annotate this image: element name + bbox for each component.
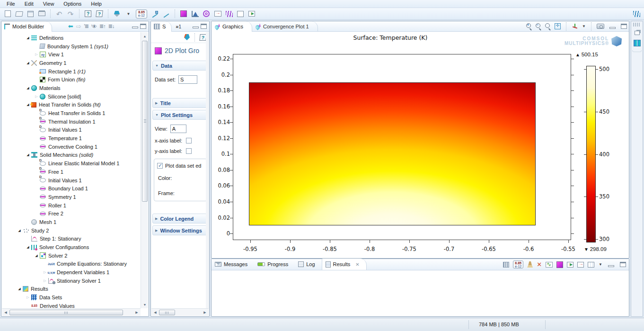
tree-item[interactable]: Linear Elastic Material Model 1 <box>2 159 141 168</box>
delete-icon[interactable]: ✕ <box>537 261 542 268</box>
expanded-arrow-icon[interactable]: ◢ <box>25 153 31 157</box>
tab-progress[interactable]: Progress <box>254 259 295 270</box>
tree-item[interactable]: ▷Stationary Solver 1 <box>2 277 141 285</box>
table-settings-icon[interactable] <box>503 262 509 268</box>
plot-group-icon[interactable] <box>179 9 188 18</box>
move-up-icon[interactable]: ≣↑ <box>99 23 106 29</box>
full-precision-icon[interactable] <box>588 262 594 268</box>
settings-horizontal-scrollbar[interactable]: ◀ ▶ <box>151 308 209 316</box>
tree-item[interactable]: Thermal Insulation 1 <box>2 117 141 126</box>
settings-hscroll-thumb[interactable] <box>159 310 175 315</box>
data-set-combobox[interactable]: S <box>178 75 197 84</box>
section-window-settings[interactable]: ▶ Window Settings <box>152 225 208 235</box>
expanded-arrow-icon[interactable]: ◢ <box>16 229 23 233</box>
brush-dropdown-icon[interactable]: ▼ <box>124 9 133 18</box>
measure-icon[interactable] <box>150 9 159 18</box>
expanded-arrow-icon[interactable]: ◢ <box>25 86 31 90</box>
orientation-dropdown-icon[interactable]: ▼ <box>582 24 586 28</box>
tree-item[interactable]: Rectangle 1(r1) <box>2 67 141 76</box>
forward-arrow-icon[interactable]: ⇨ <box>76 23 81 30</box>
documentation-icon[interactable]: ? <box>95 9 104 18</box>
tree-item[interactable]: Form Union(fin) <box>2 75 141 84</box>
export-table-icon[interactable] <box>577 262 584 268</box>
plot-canvas[interactable]: Surface: Temperature (K) COMSOL MULTIPHY… <box>212 32 628 258</box>
tree-item[interactable]: ◢Solver Configurations <box>2 243 141 251</box>
plot-2d-icon[interactable] <box>190 9 200 18</box>
tree-item[interactable]: ◢Results <box>2 285 141 294</box>
help-icon[interactable]: ? <box>83 9 93 18</box>
maximize-panel-icon[interactable] <box>201 24 207 29</box>
expanded-arrow-icon[interactable]: ◢ <box>25 61 31 65</box>
model-builder-tab[interactable]: Model Builder <box>1 21 52 32</box>
table-graph-icon[interactable] <box>546 262 553 268</box>
tree-item[interactable]: Temperature 1 <box>2 134 141 143</box>
expanded-arrow-icon[interactable]: ◢ <box>25 36 31 40</box>
tree-item[interactable]: Free 1 <box>2 168 141 176</box>
expanded-arrow-icon[interactable]: ◢ <box>33 254 40 258</box>
expanded-arrow-icon[interactable]: ◢ <box>25 245 31 249</box>
scroll-left-icon[interactable]: ◀ <box>2 309 9 316</box>
plot-group-icon[interactable] <box>556 261 563 268</box>
section-data[interactable]: ▼ Data <box>152 61 208 71</box>
contour-icon[interactable] <box>202 9 211 18</box>
tree-item[interactable]: ◢Geometry 1 <box>2 59 141 67</box>
copy-table-icon[interactable] <box>567 262 573 268</box>
snapshot-icon[interactable] <box>597 24 604 29</box>
zoom-out-icon[interactable]: − <box>536 23 542 29</box>
collapsed-arrow-icon[interactable]: ▷ <box>42 279 48 283</box>
tree-item[interactable]: Heat Transfer in Solids 1 <box>2 109 141 117</box>
zoom-in-icon[interactable]: + <box>526 23 532 29</box>
material-brush-icon[interactable] <box>112 9 122 18</box>
expanded-arrow-icon[interactable]: ◢ <box>16 287 23 291</box>
open-file-icon[interactable] <box>14 9 24 18</box>
tree-item[interactable]: ∂u/∂tCompile Equations: Stationary <box>2 260 141 268</box>
tab-results[interactable]: Results ✕ <box>322 259 367 270</box>
minimize-panel-icon[interactable] <box>609 27 616 29</box>
hidden-tabs-indicator[interactable]: »1 <box>176 24 181 29</box>
tree-item[interactable]: Initial Values 1 <box>2 176 141 185</box>
tree-item[interactable]: ◢Solid Mechanics(solid) <box>2 151 141 160</box>
show-options-icon[interactable]: '👁 <box>91 24 97 29</box>
tree-item[interactable]: ◢Heat Transfer in Solids(ht) <box>2 101 141 109</box>
expanded-arrow-icon[interactable]: ◢ <box>25 103 31 107</box>
plot-brush-icon[interactable] <box>184 34 190 40</box>
tree-item[interactable]: Mesh 1 <box>2 218 141 226</box>
scroll-down-icon[interactable]: ▼ <box>141 301 149 308</box>
restore-panes-icon[interactable] <box>633 28 641 37</box>
tree-item[interactable]: Initial Values 1 <box>2 126 141 134</box>
menu-item-view[interactable]: View <box>38 0 59 7</box>
redo-icon[interactable]: ↷ <box>66 9 75 18</box>
tree-vscroll-thumb[interactable] <box>142 41 148 202</box>
maximize-panel-icon[interactable] <box>621 24 627 29</box>
tree-item[interactable]: ▷u,v,wDependent Variables 1 <box>2 268 141 277</box>
strip-grip-handle[interactable] <box>633 23 641 27</box>
zoom-box-icon[interactable] <box>545 23 551 29</box>
tab-convergence-plot[interactable]: Convergence Plot 1 <box>252 21 318 32</box>
tree-item[interactable]: ▷Data Sets <box>2 293 141 302</box>
tree-item[interactable]: 8.85Derived Values <box>2 302 141 308</box>
scroll-right-icon[interactable]: ▶ <box>133 309 141 316</box>
collapse-all-icon[interactable]: '≣ <box>84 23 88 29</box>
section-color-legend[interactable]: ▶ Color Legend <box>152 214 208 224</box>
tree-item[interactable]: ◢Definitions <box>2 34 141 42</box>
tree-item[interactable]: Boundary System 1(sys1) <box>2 42 141 51</box>
tree-item[interactable]: ◢Study 2 <box>2 226 141 235</box>
tree-item[interactable]: Symmetry 1 <box>2 193 141 201</box>
tree-item[interactable]: ◢Materials <box>2 84 141 92</box>
streamline-icon[interactable] <box>224 9 234 18</box>
view-combobox[interactable]: A <box>170 125 186 133</box>
tree-hscroll-thumb[interactable] <box>9 310 123 315</box>
print-icon[interactable] <box>37 9 46 18</box>
window-layout-icon[interactable] <box>632 9 641 18</box>
save-icon[interactable] <box>26 9 35 18</box>
arrow-plot-icon[interactable] <box>213 9 222 18</box>
tree-item[interactable]: ◢Solver 2 <box>2 251 141 260</box>
line-tool-icon[interactable] <box>161 9 171 18</box>
menu-item-file[interactable]: File <box>2 0 20 7</box>
new-file-icon[interactable] <box>3 9 12 18</box>
tree-item[interactable]: Boundary Load 1 <box>2 184 141 193</box>
move-down-icon[interactable]: ≣↓ <box>108 23 115 29</box>
plot-data-set-edges-checkbox[interactable] <box>157 163 163 169</box>
menu-item-edit[interactable]: Edit <box>20 0 38 7</box>
scroll-right-icon[interactable]: ▶ <box>201 309 209 316</box>
